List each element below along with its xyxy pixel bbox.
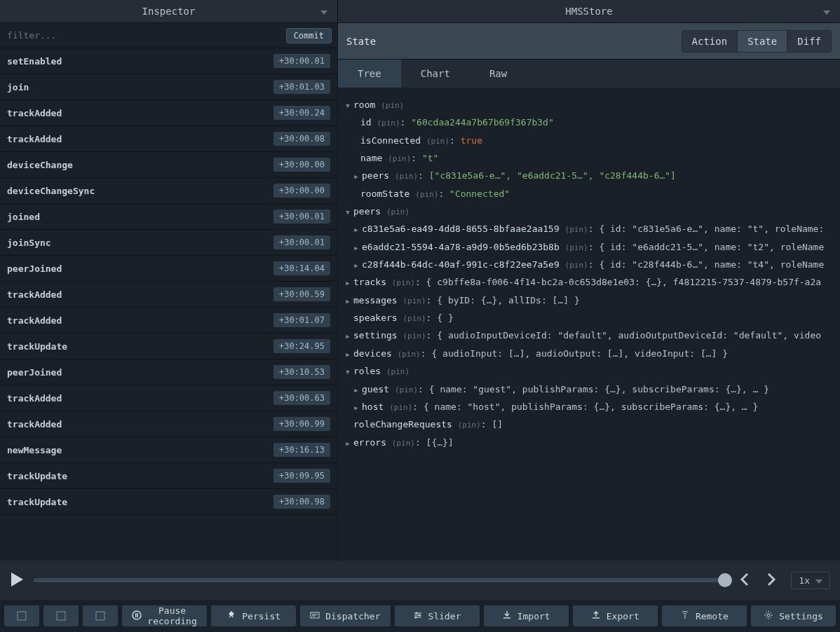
action-item[interactable]: trackAdded+30:00.99 xyxy=(0,411,337,437)
dispatcher-button[interactable]: Dispatcher xyxy=(300,605,390,626)
filter-input[interactable] xyxy=(6,27,280,43)
action-name: peerJoined xyxy=(7,367,62,378)
view-action-button[interactable]: Action xyxy=(682,31,738,52)
panel-layout-1-button[interactable] xyxy=(4,605,39,626)
tree-node-peer-2[interactable]: e6addc21-5594-4a78-a9d9-0b5ed6b23b8b (pi… xyxy=(341,238,834,256)
expand-icon[interactable] xyxy=(352,260,360,273)
panel-layout-3-button[interactable] xyxy=(83,605,118,626)
slider-button[interactable]: Slider xyxy=(395,605,480,626)
expand-icon[interactable] xyxy=(352,242,360,255)
svg-rect-2 xyxy=(96,612,104,620)
action-item[interactable]: deviceChange+30:00.00 xyxy=(0,152,337,178)
tree-node-role-guest[interactable]: guest (pin): { name: "guest", publishPar… xyxy=(341,380,834,398)
inspector-title-bar[interactable]: Inspector xyxy=(0,0,337,23)
tree-node-roles[interactable]: roles (pin) xyxy=(341,362,834,380)
action-item[interactable]: trackAdded+30:00.63 xyxy=(0,385,337,411)
tree-node-speakers[interactable]: speakers (pin): { } xyxy=(341,309,834,327)
action-time: +30:00.00 xyxy=(273,184,330,198)
expand-icon[interactable] xyxy=(344,349,352,362)
speed-select[interactable]: 1x xyxy=(791,572,830,589)
playback-slider[interactable] xyxy=(34,578,725,582)
action-item[interactable]: peerJoined+30:14.04 xyxy=(0,256,337,282)
expand-icon[interactable] xyxy=(344,277,352,290)
action-item[interactable]: deviceChangeSync+30:00.00 xyxy=(0,178,337,204)
tree-node-devices[interactable]: devices (pin): { audioInput: […], audioO… xyxy=(341,345,834,362)
tree-node-room-roomstate[interactable]: roomState (pin): "Connected" xyxy=(341,185,834,202)
action-item[interactable]: trackUpdate+30:09.95 xyxy=(0,463,337,489)
prev-button[interactable] xyxy=(735,570,753,591)
tree-node-room-isconnected[interactable]: isConnected (pin): true xyxy=(341,132,834,149)
action-name: trackUpdate xyxy=(7,341,67,352)
state-header: State Action State Diff xyxy=(338,23,840,60)
action-item[interactable]: trackAdded+30:00.08 xyxy=(0,126,337,152)
action-item[interactable]: trackUpdate+30:24.95 xyxy=(0,334,337,359)
svg-rect-6 xyxy=(311,612,319,618)
action-item[interactable]: join+30:01.03 xyxy=(0,74,337,100)
tab-bar: Tree Chart Raw xyxy=(338,60,840,88)
inspector-panel: Inspector Commit setEnabled+30:00.01join… xyxy=(0,0,338,561)
next-button[interactable] xyxy=(763,570,781,591)
tree-node-peer-1[interactable]: c831e5a6-ea49-4dd8-8655-8bfaae2aa159 (pi… xyxy=(341,220,834,238)
action-time: +30:00.99 xyxy=(273,417,330,431)
expand-icon[interactable] xyxy=(344,331,352,343)
tree-node-settings[interactable]: settings (pin): { audioInputDeviceId: "d… xyxy=(341,327,834,344)
expand-icon[interactable] xyxy=(352,224,360,237)
expand-icon[interactable] xyxy=(344,366,352,379)
view-state-button[interactable]: State xyxy=(737,31,787,52)
action-time: +30:01.07 xyxy=(273,313,330,327)
remote-button[interactable]: Remote xyxy=(662,605,747,626)
tab-chart[interactable]: Chart xyxy=(401,60,470,88)
panel-layout-2-button[interactable] xyxy=(43,605,79,626)
action-item[interactable]: trackAdded+30:01.07 xyxy=(0,308,337,334)
persist-button[interactable]: Persist xyxy=(211,605,296,626)
svg-point-9 xyxy=(414,616,416,618)
export-button[interactable]: Export xyxy=(573,605,658,626)
action-item[interactable]: joined+30:00.01 xyxy=(0,204,337,230)
action-name: joined xyxy=(7,212,40,222)
tree-node-room-peers[interactable]: peers (pin): ["c831e5a6-e…", "e6addc21-5… xyxy=(341,167,834,184)
svg-point-3 xyxy=(133,611,141,619)
tree-body[interactable]: room (pin) id (pin): "60cdaa244a7b67b69f… xyxy=(338,88,840,561)
tree-node-errors[interactable]: errors (pin): [{…}] xyxy=(341,434,834,451)
store-title-bar[interactable]: HMSStore xyxy=(338,0,840,23)
action-name: deviceChange xyxy=(7,160,73,170)
action-item[interactable]: newMessage+30:16.13 xyxy=(0,437,337,463)
tree-node-room-name[interactable]: name (pin): "t" xyxy=(341,149,834,167)
chevron-down-icon xyxy=(320,6,327,17)
tab-tree[interactable]: Tree xyxy=(338,60,401,88)
expand-icon[interactable] xyxy=(344,296,352,308)
slider-thumb[interactable] xyxy=(718,573,732,587)
import-button[interactable]: Import xyxy=(484,605,569,626)
action-time: +30:00.63 xyxy=(273,391,330,405)
expand-icon[interactable] xyxy=(352,171,360,184)
tree-node-room-id[interactable]: id (pin): "60cdaa244a7b67b69f367b3d" xyxy=(341,114,834,131)
expand-icon[interactable] xyxy=(344,207,352,219)
action-item[interactable]: setEnabled+30:00.01 xyxy=(0,48,337,74)
action-list[interactable]: setEnabled+30:00.01join+30:01.03trackAdd… xyxy=(0,48,337,561)
tab-raw[interactable]: Raw xyxy=(470,60,527,88)
expand-icon[interactable] xyxy=(344,100,352,113)
chevron-down-icon xyxy=(815,575,822,586)
commit-button[interactable]: Commit xyxy=(286,28,332,43)
tree-node-peer-3[interactable]: c28f444b-64dc-40af-991c-c8f22ee7a5e9 (pi… xyxy=(341,256,834,273)
action-item[interactable]: peerJoined+30:10.53 xyxy=(0,359,337,385)
action-name: join xyxy=(7,82,29,92)
play-button[interactable] xyxy=(10,572,24,589)
pause-recording-button[interactable]: Pause recording xyxy=(122,605,207,626)
settings-button[interactable]: Settings xyxy=(751,605,836,626)
expand-icon[interactable] xyxy=(352,402,360,415)
tree-node-rolechange[interactable]: roleChangeRequests (pin): [] xyxy=(341,415,834,433)
tree-node-tracks[interactable]: tracks (pin): { c9bffe8a-f006-4f14-bc2a-… xyxy=(341,273,834,291)
action-item[interactable]: trackAdded+30:00.24 xyxy=(0,100,337,126)
tree-node-messages[interactable]: messages (pin): { byID: {…}, allIDs: […]… xyxy=(341,291,834,309)
action-time: +30:00.59 xyxy=(273,287,330,301)
tree-node-room[interactable]: room (pin) xyxy=(341,96,834,114)
expand-icon[interactable] xyxy=(344,438,352,451)
action-item[interactable]: joinSync+30:00.01 xyxy=(0,230,337,256)
action-item[interactable]: trackAdded+30:00.59 xyxy=(0,282,337,308)
view-diff-button[interactable]: Diff xyxy=(787,31,831,52)
expand-icon[interactable] xyxy=(352,385,360,397)
tree-node-peers[interactable]: peers (pin) xyxy=(341,202,834,220)
tree-node-role-host[interactable]: host (pin): { name: "host", publishParam… xyxy=(341,398,834,415)
action-item[interactable]: trackUpdate+30:00.98 xyxy=(0,489,337,515)
